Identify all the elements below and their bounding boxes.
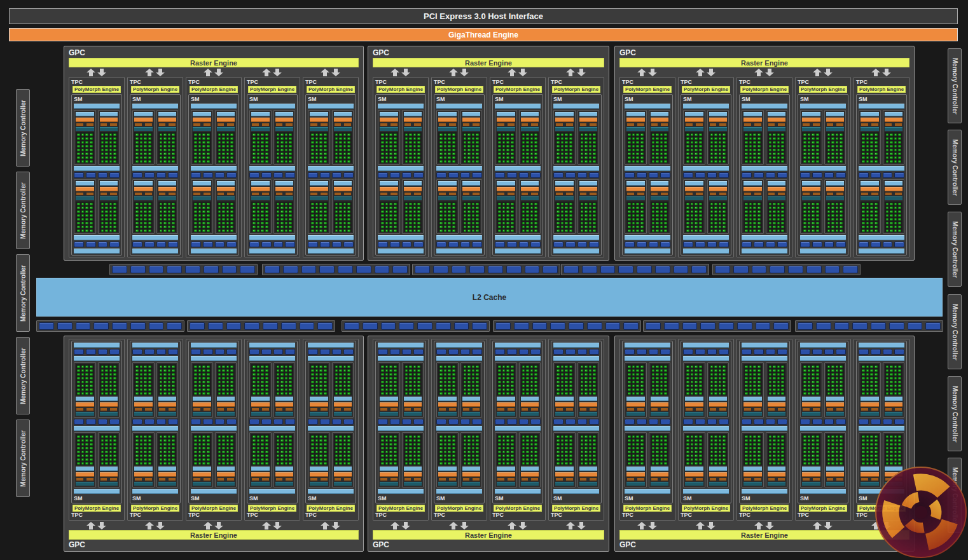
cuda-core-cell (148, 145, 151, 147)
load-store-segment (413, 349, 424, 355)
load-store-unit-row (683, 242, 729, 247)
cuda-core-cell (90, 454, 93, 457)
cuda-core-cell (144, 222, 147, 224)
cuda-core-cell (581, 373, 584, 376)
texture-cache-bar (74, 104, 120, 109)
tpc-box: SMPolyMorph EngineTPC (373, 339, 429, 521)
instruction-buffer-bar (310, 112, 328, 116)
cuda-core-cell (875, 218, 878, 221)
cuda-core-cell (816, 214, 819, 217)
cuda-core-cell (808, 435, 811, 438)
cuda-core-cell (522, 381, 525, 383)
dispatch-unit (566, 408, 573, 411)
cuda-core-cell (506, 458, 509, 461)
sm-label: SM (625, 495, 670, 502)
cuda-core-cell (311, 451, 314, 453)
cuda-core-grid (768, 434, 786, 465)
load-store-segment (625, 172, 635, 178)
cuda-core-cell (207, 443, 210, 446)
dispatch-unit (497, 193, 504, 195)
cuda-core-cell (252, 229, 256, 232)
cuda-core-cell (261, 214, 264, 217)
load-store-segment (553, 172, 564, 178)
dispatch-unit-pair (497, 408, 515, 411)
crossbar-segment-group (342, 320, 490, 332)
cuda-core-cell (803, 133, 806, 136)
cuda-core-cell (148, 141, 151, 144)
load-store-segment (519, 349, 529, 355)
load-store-unit-row (191, 242, 237, 247)
cuda-core-cell (285, 451, 288, 453)
cuda-core-cell (632, 160, 635, 163)
cuda-core-cell (135, 226, 139, 228)
cuda-core-cell (168, 160, 171, 163)
cuda-core-cell (144, 226, 147, 228)
cuda-core-cell (686, 156, 689, 159)
cuda-core-cell (394, 207, 397, 209)
raster-engine-bar: Raster Engine (69, 530, 359, 540)
cuda-core-cell (230, 156, 233, 159)
cuda-core-cell (417, 160, 420, 163)
load-store-segment (565, 172, 576, 178)
register-file-bar (497, 127, 515, 131)
cuda-core-cell (280, 388, 284, 391)
cuda-core-cell (593, 385, 596, 387)
cuda-core-cell (101, 222, 104, 224)
cuda-core-cell (385, 133, 389, 136)
cuda-core-cell (105, 145, 108, 147)
cuda-core-cell (472, 388, 475, 391)
tpc-box: TPCPolyMorph EngineSM (736, 77, 792, 257)
sm-partition-pair (625, 110, 670, 165)
cuda-core-grid (521, 132, 539, 163)
cuda-core-cell (593, 210, 596, 213)
cuda-core-cell (565, 149, 568, 151)
dispatch-unit (651, 123, 658, 126)
register-file-bar (134, 412, 153, 416)
cuda-core-cell (405, 156, 408, 159)
cuda-core-cell (530, 392, 534, 395)
dispatch-unit (335, 123, 342, 126)
cuda-core-cell (163, 458, 167, 461)
cuda-core-cell (339, 439, 342, 442)
cuda-core-cell (816, 210, 819, 213)
sm-label: SM (683, 96, 729, 102)
crossbar-segment (93, 322, 109, 330)
cuda-core-cell (405, 203, 408, 205)
texture-cache-bar (308, 166, 354, 171)
cuda-core-cell (565, 451, 568, 453)
cuda-core-cell (324, 385, 327, 387)
cuda-core-cell (511, 381, 514, 383)
cuda-core-cell (148, 203, 151, 205)
cuda-core-cell (101, 137, 104, 140)
cuda-core-cell (745, 385, 748, 387)
cuda-core-cell (467, 435, 471, 438)
cuda-core-cell (315, 392, 319, 395)
cuda-core-cell (773, 153, 776, 155)
load-store-segment (215, 242, 225, 247)
texture-cache-bar (74, 489, 120, 494)
cuda-core-cell (90, 149, 93, 151)
cuda-core-cell (757, 229, 761, 232)
raster-engine-bar: Raster Engine (373, 58, 604, 67)
cuda-core-cell (640, 377, 644, 379)
sm-partition-pair (191, 110, 237, 165)
cuda-core-cell (526, 226, 529, 228)
cuda-core-cell (710, 454, 714, 457)
cuda-core-cell (347, 451, 350, 453)
crossbar-segment (506, 266, 522, 273)
cuda-core-cell (581, 149, 584, 151)
cuda-core-cell (506, 435, 509, 438)
cuda-core-cell (714, 210, 717, 213)
load-store-segment (836, 419, 846, 425)
gpc-box: SMPolyMorph EngineTPCSMPolyMorph EngineT… (64, 336, 364, 552)
cuda-core-cell (194, 462, 197, 465)
cuda-core-cell (339, 447, 342, 449)
texture-cache-bar (683, 489, 729, 494)
tpc-label: TPC (434, 79, 485, 86)
cuda-core-cell (803, 145, 806, 147)
cuda-core-cell (714, 218, 717, 221)
load-store-segment (577, 172, 588, 178)
cuda-core-cell (394, 137, 397, 140)
register-file-bar (826, 196, 845, 200)
cuda-core-cell (862, 451, 865, 453)
